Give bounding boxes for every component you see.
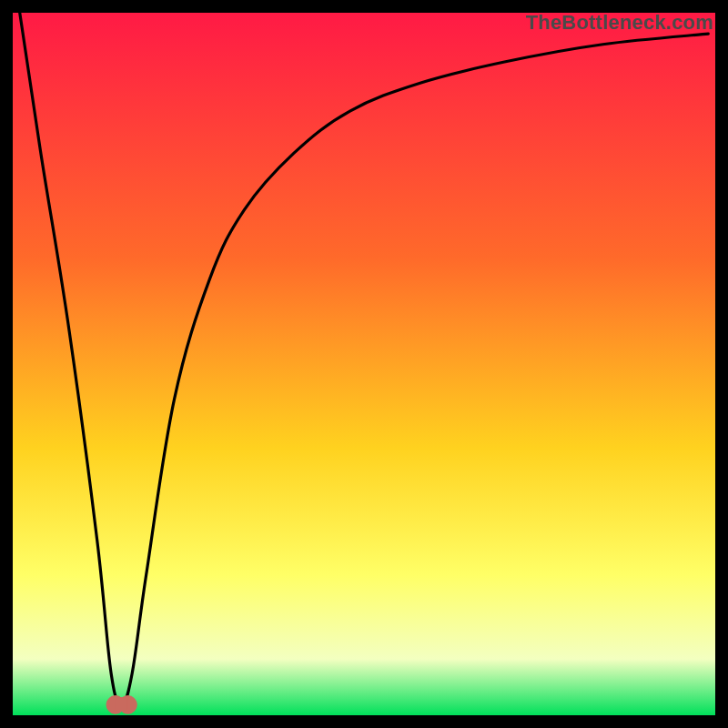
bottleneck-chart: [13, 13, 715, 715]
gradient-background: [13, 13, 715, 715]
minimum-marker: [106, 696, 136, 714]
chart-frame: TheBottleneck.com: [13, 13, 715, 715]
watermark-text: TheBottleneck.com: [526, 11, 713, 35]
